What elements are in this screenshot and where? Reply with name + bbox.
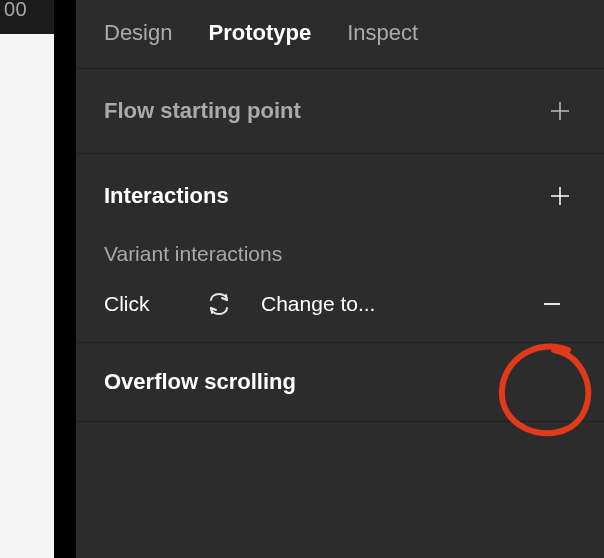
interaction-trigger: Click (104, 292, 199, 316)
ruler-value: 00 (4, 0, 27, 21)
interaction-action: Change to... (239, 292, 528, 316)
flow-section: Flow starting point (76, 69, 604, 154)
flow-title: Flow starting point (104, 98, 301, 124)
add-interaction-button[interactable] (544, 180, 576, 212)
panel-tabs: Design Prototype Inspect (76, 0, 604, 69)
interactions-title: Interactions (104, 183, 229, 209)
tab-design[interactable]: Design (104, 20, 172, 46)
tab-prototype[interactable]: Prototype (208, 20, 311, 46)
canvas-area (0, 34, 54, 558)
add-flow-button[interactable] (544, 95, 576, 127)
interaction-row[interactable]: Click Change to... (104, 292, 576, 316)
remove-interaction-button[interactable] (528, 292, 576, 316)
tab-inspect[interactable]: Inspect (347, 20, 418, 46)
right-panel: Design Prototype Inspect Flow starting p… (76, 0, 604, 558)
overflow-section: Overflow scrolling (76, 343, 604, 422)
variant-interactions-label: Variant interactions (104, 242, 576, 266)
interactions-section: Interactions Variant interactions Click (76, 154, 604, 343)
overflow-title: Overflow scrolling (104, 369, 296, 395)
plus-icon (549, 185, 571, 207)
swap-icon (199, 293, 239, 315)
minus-icon (540, 292, 564, 316)
plus-icon (549, 100, 571, 122)
